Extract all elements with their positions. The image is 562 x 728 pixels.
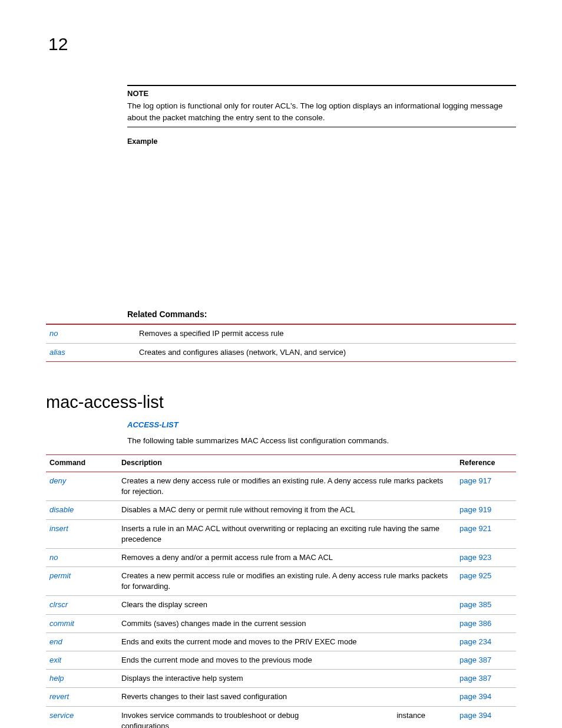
table-row: noRemoves a deny and/or a permit access …: [46, 548, 516, 566]
table-row: permitCreates a new permit access rule o…: [46, 567, 516, 596]
table-row: commitCommits (saves) changes made in th…: [46, 614, 516, 633]
command-description: Ends the current mode and moves to the p…: [118, 651, 456, 670]
command-link[interactable]: exit: [49, 655, 61, 664]
table-row: denyCreates a new deny access rule or mo…: [46, 472, 516, 500]
commands-header-description: Description: [118, 455, 456, 472]
command-link[interactable]: no: [49, 553, 58, 562]
commands-header-command: Command: [46, 455, 118, 472]
command-description: Displays the interactive help system: [118, 670, 456, 688]
page-reference-link[interactable]: page 386: [459, 619, 491, 628]
command-link[interactable]: clrscr: [49, 600, 68, 609]
note-label: NOTE: [127, 88, 516, 99]
command-description: Creates a new permit access rule or modi…: [118, 567, 456, 596]
chapter-number: 12: [48, 32, 516, 57]
related-command-desc: Removes a specified IP permit access rul…: [135, 325, 516, 343]
example-content-placeholder: [127, 147, 516, 288]
page-reference-link[interactable]: page 385: [459, 600, 491, 609]
related-commands-table: noRemoves a specified IP permit access r…: [46, 324, 516, 361]
related-command-desc: Creates and configures aliases (network,…: [135, 343, 516, 361]
page-reference-link[interactable]: page 234: [459, 637, 491, 646]
note-top-rule: [127, 85, 516, 86]
table-row: serviceInvokes service commands to troub…: [46, 706, 516, 728]
page-reference-link[interactable]: page 917: [459, 476, 491, 485]
related-command-link[interactable]: alias: [49, 348, 65, 357]
command-description: Ends and exits the current mode and move…: [118, 633, 456, 651]
page-reference-link[interactable]: page 394: [459, 692, 491, 701]
command-description: Invokes service commands to troubleshoot…: [118, 706, 456, 728]
page-reference-link[interactable]: page 919: [459, 505, 491, 514]
command-link[interactable]: disable: [49, 505, 74, 514]
section-title: mac-access-list: [46, 390, 516, 414]
command-link[interactable]: insert: [49, 524, 68, 533]
command-description: Disables a MAC deny or permit rule witho…: [118, 501, 456, 519]
page-reference-link[interactable]: page 925: [459, 571, 491, 580]
page-reference-link[interactable]: page 387: [459, 655, 491, 664]
table-row: helpDisplays the interactive help system…: [46, 670, 516, 688]
command-description: Reverts changes to their last saved conf…: [118, 688, 456, 706]
commands-header-reference: Reference: [456, 455, 516, 472]
command-link[interactable]: service: [49, 711, 74, 720]
page-reference-link[interactable]: page 921: [459, 524, 491, 533]
page-reference-link[interactable]: page 923: [459, 553, 491, 562]
table-row: disableDisables a MAC deny or permit rul…: [46, 501, 516, 519]
command-link[interactable]: help: [49, 674, 64, 683]
command-description: Inserts a rule in an MAC ACL without ove…: [118, 519, 456, 548]
related-row: aliasCreates and configures aliases (net…: [46, 343, 516, 361]
table-row: endEnds and exits the current mode and m…: [46, 633, 516, 651]
intro-text: The following table summarizes MAC Acces…: [127, 436, 516, 447]
command-link[interactable]: commit: [49, 619, 74, 628]
table-row: clrscrClears the display screenpage 385: [46, 596, 516, 614]
commands-table: Command Description Reference denyCreate…: [46, 454, 516, 728]
table-row: exitEnds the current mode and moves to t…: [46, 651, 516, 670]
page-reference-link[interactable]: page 387: [459, 674, 491, 683]
command-link[interactable]: deny: [49, 476, 66, 485]
note-text: The log option is functional only for ro…: [127, 100, 516, 123]
table-row: insertInserts a rule in an MAC ACL witho…: [46, 519, 516, 548]
table-row: revertReverts changes to their last save…: [46, 688, 516, 706]
command-description: Creates a new deny access rule or modifi…: [118, 472, 456, 500]
command-description: Removes a deny and/or a permit access ru…: [118, 548, 456, 566]
example-label: Example: [127, 137, 516, 147]
related-commands-heading: Related Commands:: [127, 309, 516, 321]
command-description: Commits (saves) changes made in the curr…: [118, 614, 456, 633]
related-command-link[interactable]: no: [49, 329, 58, 338]
command-link[interactable]: permit: [49, 571, 71, 580]
command-link[interactable]: revert: [49, 692, 69, 701]
command-link[interactable]: end: [49, 637, 62, 646]
note-bottom-rule: [127, 127, 516, 127]
access-list-link[interactable]: ACCESS-LIST: [127, 420, 178, 429]
page-reference-link[interactable]: page 394: [459, 711, 491, 720]
command-description: Clears the display screen: [118, 596, 456, 614]
related-row: noRemoves a specified IP permit access r…: [46, 325, 516, 343]
